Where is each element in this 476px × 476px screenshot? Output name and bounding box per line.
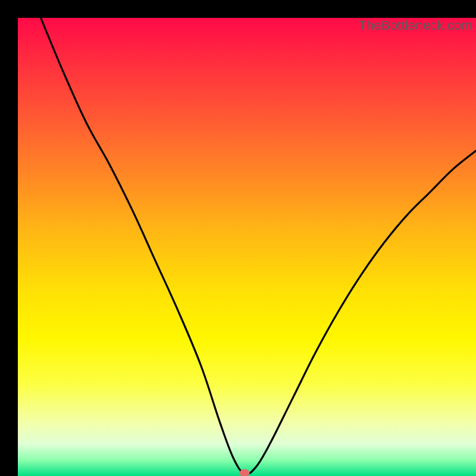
bottleneck-curve	[18, 18, 476, 476]
optimal-point-marker	[240, 469, 250, 476]
plot-area: TheBottleneck.com	[18, 18, 476, 476]
chart-frame: TheBottleneck.com	[9, 9, 467, 467]
